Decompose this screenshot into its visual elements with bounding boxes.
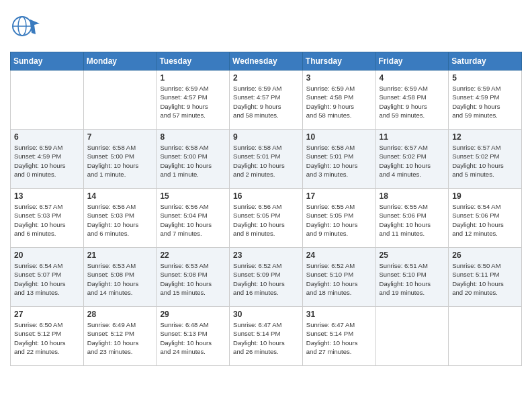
day-info: Sunrise: 6:57 AMSunset: 5:02 PMDaylight:… xyxy=(380,143,445,179)
day-info: Sunrise: 6:56 AMSunset: 5:05 PMDaylight:… xyxy=(233,202,299,238)
day-number: 6 xyxy=(14,132,80,142)
day-number: 7 xyxy=(87,132,153,142)
calendar-day-cell: 27Sunrise: 6:50 AMSunset: 5:12 PMDayligh… xyxy=(11,307,84,366)
logo-icon xyxy=(10,10,42,42)
calendar-day-cell: 5Sunrise: 6:59 AMSunset: 4:59 PMDaylight… xyxy=(449,71,522,130)
day-info: Sunrise: 6:59 AMSunset: 4:58 PMDaylight:… xyxy=(306,84,372,120)
calendar-day-cell: 9Sunrise: 6:58 AMSunset: 5:01 PMDaylight… xyxy=(230,130,303,189)
day-info: Sunrise: 6:58 AMSunset: 5:00 PMDaylight:… xyxy=(160,143,226,179)
calendar-day-cell: 18Sunrise: 6:55 AMSunset: 5:06 PMDayligh… xyxy=(375,189,449,248)
calendar-day-cell: 8Sunrise: 6:58 AMSunset: 5:00 PMDaylight… xyxy=(157,130,230,189)
day-number: 31 xyxy=(306,310,372,319)
day-info: Sunrise: 6:58 AMSunset: 5:01 PMDaylight:… xyxy=(233,143,299,179)
calendar-day-header: Sunday xyxy=(11,52,84,71)
day-number: 9 xyxy=(233,132,299,142)
calendar-day-cell: 4Sunrise: 6:59 AMSunset: 4:58 PMDaylight… xyxy=(375,71,449,130)
day-number: 26 xyxy=(452,250,518,260)
day-info: Sunrise: 6:55 AMSunset: 5:05 PMDaylight:… xyxy=(306,202,372,238)
day-number: 3 xyxy=(306,73,372,83)
day-number: 24 xyxy=(306,250,372,260)
calendar-day-header: Tuesday xyxy=(157,52,230,71)
day-info: Sunrise: 6:59 AMSunset: 4:58 PMDaylight:… xyxy=(380,84,445,120)
logo xyxy=(10,10,40,45)
calendar-week-row: 1Sunrise: 6:59 AMSunset: 4:57 PMDaylight… xyxy=(11,71,522,130)
calendar-day-cell: 30Sunrise: 6:47 AMSunset: 5:14 PMDayligh… xyxy=(230,307,303,366)
day-number: 17 xyxy=(306,191,372,201)
day-number: 16 xyxy=(233,191,299,201)
calendar-day-cell: 28Sunrise: 6:49 AMSunset: 5:12 PMDayligh… xyxy=(83,307,157,366)
calendar-header-row: SundayMondayTuesdayWednesdayThursdayFrid… xyxy=(11,52,522,71)
day-number: 30 xyxy=(233,310,299,319)
day-number: 10 xyxy=(306,132,372,142)
day-info: Sunrise: 6:48 AMSunset: 5:13 PMDaylight:… xyxy=(160,320,226,356)
day-number: 1 xyxy=(160,73,226,83)
calendar-day-cell: 20Sunrise: 6:54 AMSunset: 5:07 PMDayligh… xyxy=(11,248,84,307)
day-info: Sunrise: 6:57 AMSunset: 5:03 PMDaylight:… xyxy=(14,202,80,238)
calendar-day-header: Wednesday xyxy=(230,52,303,71)
day-info: Sunrise: 6:59 AMSunset: 4:57 PMDaylight:… xyxy=(233,84,299,120)
day-number: 13 xyxy=(14,191,80,201)
day-info: Sunrise: 6:55 AMSunset: 5:06 PMDaylight:… xyxy=(380,202,445,238)
day-info: Sunrise: 6:53 AMSunset: 5:08 PMDaylight:… xyxy=(87,261,153,297)
day-number: 29 xyxy=(160,310,226,319)
day-info: Sunrise: 6:47 AMSunset: 5:14 PMDaylight:… xyxy=(306,320,372,356)
calendar-week-row: 20Sunrise: 6:54 AMSunset: 5:07 PMDayligh… xyxy=(11,248,522,307)
calendar-day-header: Saturday xyxy=(449,52,522,71)
day-info: Sunrise: 6:59 AMSunset: 4:59 PMDaylight:… xyxy=(452,84,518,120)
day-info: Sunrise: 6:50 AMSunset: 5:11 PMDaylight:… xyxy=(452,261,518,297)
calendar-week-row: 6Sunrise: 6:59 AMSunset: 4:59 PMDaylight… xyxy=(11,130,522,189)
calendar-day-cell: 23Sunrise: 6:52 AMSunset: 5:09 PMDayligh… xyxy=(230,248,303,307)
day-info: Sunrise: 6:54 AMSunset: 5:06 PMDaylight:… xyxy=(452,202,518,238)
calendar-day-cell: 7Sunrise: 6:58 AMSunset: 5:00 PMDaylight… xyxy=(83,130,157,189)
calendar-day-header: Friday xyxy=(375,52,449,71)
day-number: 21 xyxy=(87,250,153,260)
calendar-day-cell: 24Sunrise: 6:52 AMSunset: 5:10 PMDayligh… xyxy=(302,248,375,307)
calendar-table: SundayMondayTuesdayWednesdayThursdayFrid… xyxy=(10,52,522,366)
calendar-day-cell: 21Sunrise: 6:53 AMSunset: 5:08 PMDayligh… xyxy=(83,248,157,307)
calendar-day-cell: 14Sunrise: 6:56 AMSunset: 5:03 PMDayligh… xyxy=(83,189,157,248)
calendar-day-cell: 3Sunrise: 6:59 AMSunset: 4:58 PMDaylight… xyxy=(302,71,375,130)
calendar-day-header: Monday xyxy=(83,52,157,71)
calendar-day-cell xyxy=(449,307,522,366)
day-number: 22 xyxy=(160,250,226,260)
calendar-day-cell: 10Sunrise: 6:58 AMSunset: 5:01 PMDayligh… xyxy=(302,130,375,189)
day-number: 25 xyxy=(380,250,445,260)
day-info: Sunrise: 6:52 AMSunset: 5:09 PMDaylight:… xyxy=(233,261,299,297)
day-info: Sunrise: 6:56 AMSunset: 5:04 PMDaylight:… xyxy=(160,202,226,238)
calendar-day-cell xyxy=(83,71,157,130)
day-info: Sunrise: 6:54 AMSunset: 5:07 PMDaylight:… xyxy=(14,261,80,297)
day-info: Sunrise: 6:56 AMSunset: 5:03 PMDaylight:… xyxy=(87,202,153,238)
day-info: Sunrise: 6:51 AMSunset: 5:10 PMDaylight:… xyxy=(380,261,445,297)
calendar-day-cell: 25Sunrise: 6:51 AMSunset: 5:10 PMDayligh… xyxy=(375,248,449,307)
day-number: 27 xyxy=(14,310,80,319)
day-info: Sunrise: 6:47 AMSunset: 5:14 PMDaylight:… xyxy=(233,320,299,356)
day-number: 11 xyxy=(380,132,445,142)
calendar-day-cell: 15Sunrise: 6:56 AMSunset: 5:04 PMDayligh… xyxy=(157,189,230,248)
day-info: Sunrise: 6:59 AMSunset: 4:57 PMDaylight:… xyxy=(160,84,226,120)
calendar-day-cell xyxy=(375,307,449,366)
day-number: 18 xyxy=(380,191,445,201)
calendar-day-cell: 6Sunrise: 6:59 AMSunset: 4:59 PMDaylight… xyxy=(11,130,84,189)
calendar-day-cell xyxy=(11,71,84,130)
calendar-week-row: 13Sunrise: 6:57 AMSunset: 5:03 PMDayligh… xyxy=(11,189,522,248)
day-number: 12 xyxy=(452,132,518,142)
day-info: Sunrise: 6:50 AMSunset: 5:12 PMDaylight:… xyxy=(14,320,80,356)
page-header xyxy=(10,10,522,45)
day-info: Sunrise: 6:59 AMSunset: 4:59 PMDaylight:… xyxy=(14,143,80,179)
day-number: 28 xyxy=(87,310,153,319)
day-info: Sunrise: 6:52 AMSunset: 5:10 PMDaylight:… xyxy=(306,261,372,297)
calendar-day-cell: 12Sunrise: 6:57 AMSunset: 5:02 PMDayligh… xyxy=(449,130,522,189)
day-number: 20 xyxy=(14,250,80,260)
calendar-week-row: 27Sunrise: 6:50 AMSunset: 5:12 PMDayligh… xyxy=(11,307,522,366)
day-number: 15 xyxy=(160,191,226,201)
calendar-day-header: Thursday xyxy=(302,52,375,71)
calendar-day-cell: 17Sunrise: 6:55 AMSunset: 5:05 PMDayligh… xyxy=(302,189,375,248)
day-number: 2 xyxy=(233,73,299,83)
calendar-day-cell: 13Sunrise: 6:57 AMSunset: 5:03 PMDayligh… xyxy=(11,189,84,248)
calendar-day-cell: 29Sunrise: 6:48 AMSunset: 5:13 PMDayligh… xyxy=(157,307,230,366)
day-info: Sunrise: 6:57 AMSunset: 5:02 PMDaylight:… xyxy=(452,143,518,179)
calendar-day-cell: 22Sunrise: 6:53 AMSunset: 5:08 PMDayligh… xyxy=(157,248,230,307)
day-number: 4 xyxy=(380,73,445,83)
day-number: 14 xyxy=(87,191,153,201)
calendar-day-cell: 2Sunrise: 6:59 AMSunset: 4:57 PMDaylight… xyxy=(230,71,303,130)
